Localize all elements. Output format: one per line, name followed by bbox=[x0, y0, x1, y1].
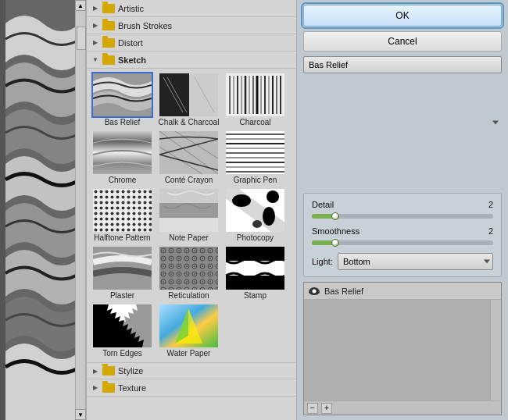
filter-item-water-paper[interactable]: Water Paper bbox=[156, 303, 221, 359]
svg-point-46 bbox=[267, 190, 279, 203]
smoothness-slider-track[interactable] bbox=[312, 240, 493, 245]
folder-artistic-icon bbox=[102, 4, 115, 13]
sidebar-item-sketch[interactable]: ▼ Sketch bbox=[87, 52, 296, 69]
thumb-charcoal bbox=[226, 73, 284, 116]
thumb-chalk bbox=[159, 73, 218, 116]
arrow-sketch-icon: ▼ bbox=[91, 56, 99, 64]
filter-item-stamp[interactable]: Stamp bbox=[223, 245, 288, 301]
filter-item-torn-edges[interactable]: Torn Edges bbox=[90, 303, 155, 359]
sidebar-item-texture[interactable]: ▶ Texture bbox=[87, 379, 296, 397]
svg-rect-4 bbox=[189, 73, 218, 116]
filter-item-photocopy[interactable]: Photocopy bbox=[223, 187, 288, 244]
filter-name-graphic-pen: Graphic Pen bbox=[234, 176, 277, 184]
filter-item-reticulation[interactable]: Reticulation bbox=[156, 245, 221, 301]
filter-item-plaster[interactable]: Plaster bbox=[90, 245, 155, 301]
sidebar-item-distort[interactable]: ▶ Distort bbox=[87, 34, 296, 52]
zoom-in-icon: + bbox=[324, 404, 329, 412]
group-distort-label: Distort bbox=[118, 38, 143, 48]
filter-item-halftone[interactable]: Halftone Pattern bbox=[90, 187, 155, 244]
filter-item-conte[interactable]: Conté Crayon bbox=[156, 130, 221, 186]
layer-preview-toolbar: − + bbox=[304, 400, 501, 415]
thumb-conte bbox=[159, 131, 218, 174]
smoothness-slider-row bbox=[312, 240, 493, 245]
filter-item-chrome[interactable]: Chrome bbox=[90, 130, 155, 186]
folder-brush-icon bbox=[102, 21, 115, 30]
detail-label: Detail bbox=[312, 200, 478, 209]
smoothness-value: 2 bbox=[478, 226, 493, 236]
detail-slider-thumb[interactable] bbox=[331, 212, 339, 220]
scroll-down-arrow[interactable]: ▼ bbox=[75, 409, 86, 420]
arrow-artistic-icon: ▶ bbox=[91, 5, 99, 12]
group-stylize-label: Stylize bbox=[118, 366, 143, 376]
group-texture-label: Texture bbox=[118, 383, 146, 393]
svg-rect-37 bbox=[93, 189, 152, 232]
svg-rect-59 bbox=[304, 300, 501, 400]
svg-rect-41 bbox=[159, 218, 218, 232]
light-select[interactable]: Bottom Top Top Left Top Right Left Right… bbox=[338, 253, 493, 270]
filter-item-note-paper[interactable]: Note Paper bbox=[156, 187, 221, 244]
filter-name-photocopy: Photocopy bbox=[237, 233, 274, 242]
sidebar-item-stylize[interactable]: ▶ Stylize bbox=[87, 362, 296, 379]
svg-rect-8 bbox=[226, 73, 284, 116]
filter-name-plaster: Plaster bbox=[110, 291, 134, 300]
filter-select[interactable]: Bas Relief bbox=[303, 56, 502, 73]
filter-item-graphic-pen[interactable]: Graphic Pen bbox=[223, 130, 288, 186]
svg-point-44 bbox=[263, 207, 275, 226]
zoom-out-icon: − bbox=[310, 404, 315, 412]
scroll-thumb[interactable] bbox=[77, 27, 86, 50]
detail-slider-row bbox=[312, 214, 493, 219]
filter-dropdown-wrapper: Bas Relief bbox=[303, 56, 502, 188]
smoothness-row: Smoothness 2 bbox=[312, 226, 493, 236]
thumb-bas-relief bbox=[93, 73, 152, 116]
filter-item-bas-relief[interactable]: Bas Relief bbox=[90, 72, 155, 128]
preview-panel: ▲ ▼ bbox=[0, 0, 86, 420]
svg-point-45 bbox=[252, 220, 262, 228]
thumb-reticulation bbox=[159, 247, 218, 290]
group-sketch-label: Sketch bbox=[118, 55, 146, 65]
sidebar-item-brush-strokes[interactable]: ▶ Brush Strokes bbox=[87, 17, 296, 34]
preview-scrollbar[interactable]: ▲ ▼ bbox=[75, 0, 86, 420]
ok-button[interactable]: OK bbox=[303, 5, 502, 27]
smoothness-slider-thumb[interactable] bbox=[331, 239, 339, 247]
filter-name-chrome: Chrome bbox=[109, 176, 137, 184]
thumb-halftone bbox=[93, 189, 152, 232]
zoom-in-button[interactable]: + bbox=[321, 403, 332, 414]
filter-name-halftone: Halftone Pattern bbox=[94, 233, 150, 242]
filter-dropdown-arrow-icon bbox=[492, 120, 499, 124]
filter-item-chalk[interactable]: Chalk & Charcoal bbox=[156, 72, 221, 128]
scroll-up-arrow[interactable]: ▲ bbox=[75, 0, 86, 11]
scroll-track bbox=[75, 11, 86, 409]
filter-item-charcoal[interactable]: Charcoal bbox=[223, 72, 288, 128]
sidebar-item-artistic[interactable]: ▶ Artistic bbox=[87, 0, 296, 17]
controls-section: Detail 2 Smoothness 2 Light: Botto bbox=[303, 193, 502, 277]
light-label: Light: bbox=[312, 257, 333, 266]
group-brush-label: Brush Strokes bbox=[118, 21, 172, 30]
thumb-stamp bbox=[226, 247, 284, 290]
svg-point-43 bbox=[232, 194, 251, 207]
filter-name-reticulation: Reticulation bbox=[168, 291, 209, 300]
group-artistic-label: Artistic bbox=[118, 4, 144, 13]
right-panel: OK Cancel Bas Relief Detail 2 Smoothness… bbox=[297, 0, 508, 420]
detail-slider-track[interactable] bbox=[312, 214, 493, 219]
thumb-plaster bbox=[93, 247, 152, 290]
layer-preview-label: Bas Relief bbox=[324, 287, 363, 296]
layer-preview: Bas Relief − + bbox=[303, 282, 502, 415]
thumb-graphic-pen bbox=[226, 131, 284, 174]
layer-preview-scrollbar[interactable] bbox=[490, 300, 501, 400]
filter-name-note-paper: Note Paper bbox=[169, 233, 209, 242]
zoom-out-button[interactable]: − bbox=[307, 403, 318, 414]
sketch-group: ▼ Sketch Bas Relie bbox=[87, 52, 296, 362]
eye-icon[interactable] bbox=[309, 287, 320, 295]
filter-name-chalk: Chalk & Charcoal bbox=[159, 118, 220, 126]
filter-name-bas-relief: Bas Relief bbox=[105, 118, 141, 126]
thumb-torn-edges bbox=[93, 304, 152, 347]
svg-rect-40 bbox=[159, 203, 218, 218]
filter-name-charcoal: Charcoal bbox=[239, 118, 270, 126]
thumb-water-paper bbox=[159, 304, 218, 347]
sketch-filter-grid: Bas Relief bbox=[87, 69, 296, 362]
thumb-photocopy bbox=[226, 189, 284, 232]
filter-name-stamp: Stamp bbox=[244, 291, 267, 300]
cancel-button[interactable]: Cancel bbox=[303, 31, 502, 52]
detail-value: 2 bbox=[478, 200, 493, 209]
folder-distort-icon bbox=[102, 38, 115, 48]
